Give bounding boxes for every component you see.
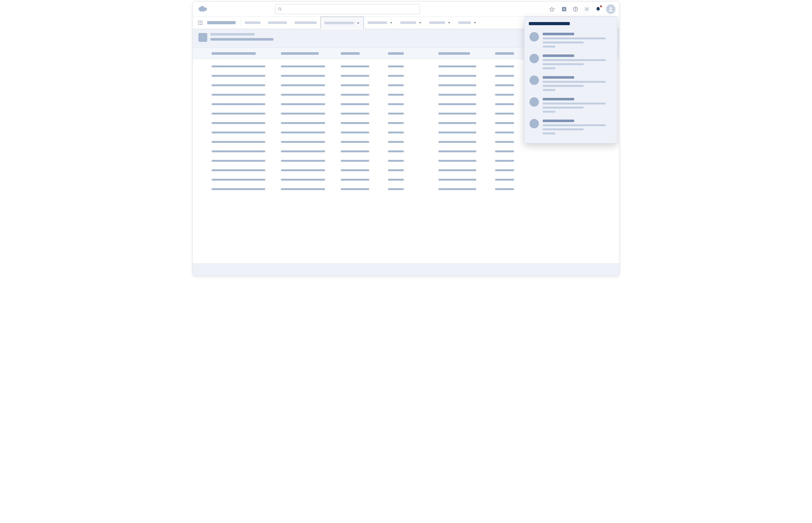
table-cell — [212, 122, 265, 124]
notification-subtitle — [543, 103, 606, 105]
column-header[interactable] — [281, 52, 319, 55]
table-cell — [341, 113, 369, 114]
nav-tab[interactable] — [454, 17, 480, 29]
notification-item[interactable] — [528, 29, 613, 51]
notification-subtitle — [543, 59, 606, 61]
favorites-button[interactable] — [549, 6, 556, 13]
footer-bar — [193, 264, 619, 276]
table-cell — [388, 94, 404, 96]
table-cell — [495, 188, 514, 190]
table-cell — [281, 188, 325, 190]
notification-item[interactable] — [528, 72, 613, 94]
nav-tab[interactable] — [364, 17, 397, 29]
nav-tab-label — [458, 21, 471, 24]
table-row[interactable] — [193, 147, 619, 156]
chevron-down-icon[interactable] — [448, 21, 451, 24]
notification-detail — [543, 41, 584, 43]
table-cell — [212, 94, 265, 96]
table-cell — [281, 103, 325, 105]
page-titles — [210, 33, 273, 41]
notifications-panel-title — [529, 22, 570, 25]
column-header[interactable] — [495, 52, 514, 55]
svg-point-15 — [200, 24, 201, 25]
table-cell — [388, 169, 404, 171]
search-icon — [278, 7, 282, 11]
notification-title — [543, 76, 574, 79]
global-add-button[interactable] — [561, 6, 568, 13]
table-cell — [212, 141, 265, 143]
app-launcher-button[interactable] — [195, 17, 205, 29]
notification-meta — [543, 67, 555, 69]
notification-content — [543, 75, 612, 91]
svg-point-16 — [202, 24, 203, 25]
search-box[interactable] — [275, 4, 420, 14]
nav-tab[interactable] — [264, 17, 291, 29]
table-row[interactable] — [193, 184, 619, 194]
svg-line-1 — [281, 10, 281, 11]
table-cell — [281, 113, 325, 114]
profile-avatar[interactable] — [606, 4, 616, 14]
table-cell — [438, 169, 476, 171]
table-cell — [495, 150, 514, 152]
header-actions — [549, 4, 616, 14]
notification-avatar — [530, 119, 539, 128]
chevron-down-icon[interactable] — [419, 21, 422, 24]
notification-item[interactable] — [528, 51, 613, 72]
column-header[interactable] — [212, 52, 256, 55]
table-cell — [281, 141, 325, 143]
chevron-down-icon[interactable] — [390, 21, 393, 24]
table-cell — [388, 103, 404, 105]
table-row[interactable] — [193, 165, 619, 175]
object-icon — [198, 33, 207, 42]
svg-point-11 — [198, 22, 199, 23]
nav-tab[interactable] — [426, 17, 454, 29]
nav-tab-label — [367, 21, 387, 24]
help-button[interactable] — [572, 6, 579, 13]
column-header[interactable] — [341, 52, 360, 55]
table-cell — [212, 103, 265, 105]
notification-meta — [543, 132, 555, 134]
table-cell — [388, 122, 404, 124]
column-header[interactable] — [388, 52, 404, 55]
page-eyebrow — [210, 33, 255, 36]
table-row[interactable] — [193, 156, 619, 165]
table-cell — [495, 179, 514, 181]
nav-tab[interactable] — [241, 17, 264, 29]
table-cell — [438, 150, 476, 152]
table-cell — [438, 141, 476, 143]
nav-tab[interactable] — [320, 17, 364, 29]
notifications-button[interactable] — [595, 6, 602, 13]
notification-item[interactable] — [528, 94, 613, 116]
table-cell — [341, 122, 369, 124]
chevron-down-icon[interactable] — [473, 21, 477, 24]
setup-button[interactable] — [583, 6, 590, 13]
notification-title — [543, 98, 574, 101]
table-cell — [281, 160, 325, 162]
table-cell — [438, 188, 476, 190]
table-cell — [495, 131, 514, 133]
table-cell — [495, 141, 514, 143]
table-cell — [388, 66, 404, 67]
table-cell — [212, 75, 265, 77]
table-row[interactable] — [193, 175, 619, 184]
table-cell — [495, 94, 514, 96]
notification-title — [543, 33, 574, 35]
search-input[interactable] — [284, 6, 417, 11]
page-title — [210, 38, 273, 41]
notification-item[interactable] — [528, 116, 613, 138]
chevron-down-icon[interactable] — [357, 21, 360, 24]
table-cell — [341, 160, 369, 162]
table-cell — [281, 75, 325, 77]
table-cell — [341, 94, 369, 96]
column-header[interactable] — [438, 52, 470, 55]
table-cell — [341, 84, 369, 86]
notification-subtitle — [543, 124, 606, 126]
nav-tab[interactable] — [291, 17, 320, 29]
table-cell — [212, 169, 265, 171]
nav-tab[interactable] — [397, 17, 426, 29]
svg-point-0 — [279, 7, 281, 10]
nav-tab-label — [400, 21, 416, 24]
nav-tab-label — [429, 21, 445, 24]
chevron-down-icon — [554, 7, 556, 11]
notification-content — [543, 119, 612, 134]
